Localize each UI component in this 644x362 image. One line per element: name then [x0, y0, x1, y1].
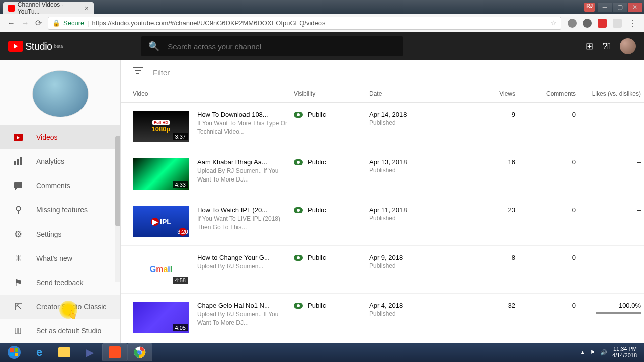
- column-views[interactable]: Views: [455, 90, 515, 97]
- video-row[interactable]: Full HD1080p3:37 How To Download 108... …: [121, 103, 644, 150]
- sidebar-item-comments[interactable]: Comments: [0, 173, 120, 198]
- visibility-cell[interactable]: Public: [294, 206, 369, 214]
- svg-point-19: [138, 351, 142, 354]
- video-row[interactable]: ▶IPL3:20 How To Watch IPL (20... If You …: [121, 198, 644, 246]
- visibility-cell[interactable]: Public: [294, 111, 369, 118]
- beta-label: beta: [54, 44, 63, 49]
- browser-tab[interactable]: Channel Videos - YouTu... ×: [3, 2, 94, 14]
- sidebar-item-set-default[interactable]: ✓⃝ Set as default Studio: [0, 319, 120, 343]
- date-cell: Apr 9, 2018Published: [369, 254, 455, 269]
- visibility-text: Public: [308, 254, 326, 261]
- sidebar-item-missing-features[interactable]: ⚲ Missing features: [0, 198, 120, 222]
- sidebar-item-send-feedback[interactable]: ⚑ Send feedback: [0, 270, 120, 295]
- address-field[interactable]: 🔒 Secure | https://studio.youtube.com/#/…: [48, 17, 561, 30]
- studio-logo[interactable]: Studio beta: [8, 41, 63, 52]
- video-row[interactable]: 4:05 Chape Gelo Hai No1 N... Upload By R…: [121, 294, 644, 341]
- back-button[interactable]: ←: [7, 19, 15, 28]
- column-comments[interactable]: Comments: [515, 90, 576, 97]
- column-visibility[interactable]: Visibility: [294, 90, 369, 97]
- column-likes[interactable]: Likes (vs. dislikes): [576, 90, 641, 97]
- content-area: Filter Video Visibility Date Views Comme…: [121, 60, 644, 343]
- date-cell: Apr 4, 2018Published: [369, 302, 455, 317]
- comments-cell: 0: [515, 302, 576, 309]
- svg-rect-3: [17, 159, 19, 165]
- duration-badge: 4:05: [173, 324, 188, 331]
- sidebar-item-label: Comments: [36, 182, 70, 190]
- sidebar-item-label: Set as default Studio: [36, 327, 101, 335]
- filter-icon: [133, 67, 143, 78]
- video-row[interactable]: 4:33 Aam Khabar Bhagi Aa... Upload By RJ…: [121, 150, 644, 198]
- filter-bar[interactable]: Filter: [121, 60, 644, 84]
- video-row[interactable]: Gmail4:58 How to Change Your G... Upload…: [121, 246, 644, 294]
- sidebar-item-analytics[interactable]: Analytics: [0, 149, 120, 173]
- video-title: How to Change Your G...: [197, 254, 270, 261]
- svg-rect-9: [136, 73, 139, 74]
- taskbar-clock[interactable]: 11:34 PM 4/14/2018: [612, 346, 637, 359]
- comments-cell: 0: [515, 111, 576, 118]
- visibility-cell[interactable]: Public: [294, 302, 369, 309]
- column-date[interactable]: Date: [369, 90, 455, 97]
- tab-close-icon[interactable]: ×: [85, 4, 89, 12]
- date-cell: Apr 11, 2018Published: [369, 206, 455, 222]
- tray-icon[interactable]: 🔊: [600, 349, 607, 356]
- video-description: If You Want To LIVE IPL (2018) Then Go T…: [197, 215, 294, 232]
- sidebar-item-videos[interactable]: Videos: [0, 125, 120, 149]
- sidebar-item-label: What's new: [36, 254, 72, 262]
- secure-label: Secure: [63, 19, 84, 27]
- taskbar-ie-icon[interactable]: e: [27, 344, 51, 361]
- start-button[interactable]: [2, 344, 26, 361]
- date-cell: Apr 13, 2018Published: [369, 158, 455, 174]
- help-icon[interactable]: ?⃝: [602, 41, 611, 52]
- tray-icon[interactable]: ⚑: [590, 349, 595, 356]
- star-icon[interactable]: ☆: [551, 19, 557, 27]
- comments-icon: [12, 179, 24, 192]
- channel-avatar[interactable]: [32, 70, 89, 117]
- video-thumbnail[interactable]: Full HD1080p3:37: [133, 111, 189, 142]
- taskbar-chrome-icon[interactable]: [128, 344, 152, 361]
- public-eye-icon: [294, 303, 303, 309]
- sidebar-item-settings[interactable]: ⚙ Settings: [0, 222, 120, 246]
- search-box[interactable]: 🔍: [141, 36, 403, 56]
- filter-label: Filter: [153, 68, 170, 77]
- svg-rect-2: [14, 161, 16, 165]
- taskbar-explorer-icon[interactable]: [52, 344, 76, 361]
- video-row[interactable]: 2:21 Whatsapp Bengali Kobi... Upload By …: [121, 341, 644, 343]
- extension-icon[interactable]: [583, 19, 592, 28]
- sidebar-scrollbar[interactable]: [115, 136, 120, 282]
- studio-header: Studio beta 🔍 ⊞ ?⃝: [0, 32, 644, 60]
- extension-icon[interactable]: [598, 19, 607, 28]
- sidebar-item-creator-studio-classic[interactable]: ⇱ Creator Studio Classic: [0, 295, 120, 319]
- account-avatar[interactable]: [620, 38, 636, 54]
- visibility-cell[interactable]: Public: [294, 254, 369, 261]
- views-cell: 32: [455, 302, 515, 309]
- column-video[interactable]: Video: [133, 90, 294, 97]
- reload-button[interactable]: ⟳: [35, 18, 42, 28]
- video-thumbnail[interactable]: Gmail4:58: [133, 254, 189, 285]
- visibility-text: Public: [308, 111, 326, 118]
- extension-icon[interactable]: [613, 19, 622, 28]
- video-description: If You Want To More This Type Or Technic…: [197, 119, 294, 136]
- tray-icon[interactable]: ▲: [580, 349, 585, 355]
- extension-icon[interactable]: [568, 19, 577, 28]
- create-video-icon[interactable]: ⊞: [586, 41, 593, 52]
- maximize-button[interactable]: ▢: [613, 3, 627, 12]
- sidebar-item-label: Videos: [36, 133, 58, 141]
- visibility-cell[interactable]: Public: [294, 158, 369, 166]
- missing-features-icon: ⚲: [12, 204, 24, 216]
- menu-icon[interactable]: ⋮: [628, 18, 637, 29]
- address-bar: ← → ⟳ 🔒 Secure | https://studio.youtube.…: [0, 14, 644, 32]
- comments-cell: 0: [515, 254, 576, 261]
- video-thumbnail[interactable]: 4:33: [133, 158, 189, 190]
- table-header: Video Visibility Date Views Comments Lik…: [121, 84, 644, 103]
- likes-cell: –: [576, 206, 641, 214]
- video-thumbnail[interactable]: ▶IPL3:20: [133, 206, 189, 237]
- sidebar-item-whats-new[interactable]: ✳ What's new: [0, 246, 120, 270]
- taskbar-recorder-icon[interactable]: [103, 344, 127, 361]
- minimize-button[interactable]: ─: [598, 3, 612, 12]
- video-thumbnail[interactable]: 4:05: [133, 302, 189, 333]
- likes-cell: –: [576, 158, 641, 166]
- sidebar-item-label: Settings: [36, 230, 62, 238]
- taskbar-app-icon[interactable]: ▶: [77, 344, 102, 361]
- search-input[interactable]: [168, 42, 396, 51]
- close-button[interactable]: ✕: [628, 3, 642, 12]
